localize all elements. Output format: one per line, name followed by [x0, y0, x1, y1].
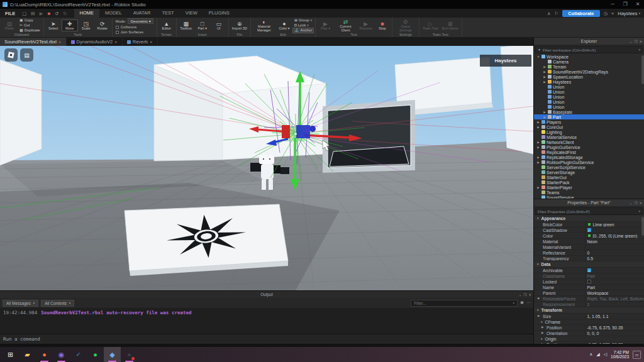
tree-item-players[interactable]: ▶Players — [534, 119, 644, 124]
chat-button[interactable]: ▤ — [20, 48, 33, 62]
property-value[interactable]: 1, 1.05, 1.1 — [585, 314, 644, 319]
doc-tab-reverb[interactable]: Reverb✕ — [123, 38, 158, 46]
close-icon[interactable]: ✕ — [114, 40, 118, 44]
menu-tab-plugins[interactable]: PLUGINS — [203, 9, 235, 18]
panel-control-icon[interactable]: ✕ — [639, 40, 642, 43]
panel-control-icon[interactable]: ❐ — [523, 293, 526, 297]
close-icon[interactable]: ✕ — [150, 40, 153, 44]
checkbox-collisions[interactable]: Collisions — [116, 25, 153, 29]
tree-item-starterplayer[interactable]: ▶StarterPlayer — [534, 185, 644, 190]
expand-arrow-icon[interactable]: ▶ — [536, 161, 540, 164]
taskbar-app-browser[interactable]: ● — [36, 347, 53, 362]
property-row-brickcolor[interactable]: BrickColorLime green — [534, 222, 644, 228]
panel-control-icon[interactable]: ✕ — [639, 201, 642, 205]
property-row-name[interactable]: NamePart — [534, 285, 644, 290]
properties-header[interactable]: Properties - Part "Part" ⌄❐✕ — [534, 199, 644, 207]
close-button[interactable]: ✕ — [631, 0, 644, 9]
property-section-cframe[interactable]: ▼CFrame — [534, 319, 644, 325]
editor-button[interactable]: ▲Editor — [159, 20, 174, 31]
property-section-transform[interactable]: ▼Transform — [534, 307, 644, 314]
tray-chevron-icon[interactable]: ∧ — [589, 352, 592, 357]
taskbar-app-checklist[interactable]: ✓ — [70, 347, 87, 362]
tree-item-coregui[interactable]: ▶CoreGui — [534, 124, 644, 129]
property-row-color[interactable]: Color[0, 255, 0] (Lime green) — [534, 233, 644, 239]
property-value[interactable]: Part — [585, 273, 644, 278]
explorer-header[interactable]: Explorer ⌄❐✕ — [534, 38, 644, 45]
clear-output-icon[interactable]: ✱ — [520, 300, 524, 305]
notification-icon[interactable]: ⚐ — [555, 11, 559, 16]
tree-item-materialservice[interactable]: MaterialService — [534, 134, 644, 140]
property-row-classname[interactable]: ClassNamePart — [534, 273, 644, 279]
output-panel-controls[interactable]: ⌄❐✕ — [519, 293, 531, 297]
tree-item-startergui[interactable]: StarterGui — [534, 175, 644, 180]
lock-button[interactable]: ◘Lock▾ — [293, 23, 314, 28]
expand-arrow-icon[interactable]: ▶ — [543, 80, 547, 84]
color-swatch[interactable] — [587, 234, 591, 238]
property-section-data[interactable]: ▼Data — [534, 261, 644, 268]
property-row-materialvariant[interactable]: MaterialVariant — [534, 244, 644, 250]
property-row-archivable[interactable]: Archivable✓ — [534, 268, 644, 273]
property-value[interactable]: Neon — [585, 239, 644, 244]
doc-tab-soundreverbv2test-rbxl[interactable]: SoundReverbV2Test.rbxl✕ — [0, 38, 67, 46]
expand-arrow-icon[interactable]: ▶ — [536, 186, 540, 189]
property-section-appearance[interactable]: ▼Appearance — [534, 216, 644, 222]
play-icon[interactable]: ▶ — [38, 11, 45, 16]
expand-arrow-icon[interactable]: ▶ — [543, 65, 547, 69]
restore-button[interactable]: ❐ — [619, 0, 631, 9]
open-file-icon[interactable]: ⊟ — [29, 11, 36, 16]
expand-arrow-icon[interactable]: ▼ — [536, 55, 540, 58]
panel-control-icon[interactable]: ❐ — [634, 201, 637, 205]
panel-control-icon[interactable]: ⌄ — [630, 201, 633, 205]
import-3d-button[interactable]: ⊕Import 3D — [231, 20, 248, 31]
color-swatch[interactable] — [587, 222, 591, 226]
property-value[interactable]: -6.75, 6.375, 50.35 — [585, 325, 644, 330]
copy-button[interactable]: ▣Copy — [18, 18, 42, 23]
network-icon[interactable]: ◢ — [596, 352, 599, 357]
property-row-material[interactable]: MaterialNeon — [534, 239, 644, 244]
taskbar-app-capture[interactable]: ● — [121, 347, 138, 362]
panel-control-icon[interactable]: ⌄ — [630, 40, 633, 43]
tree-item-replicatedstorage[interactable]: ▶ReplicatedStorage — [534, 155, 644, 160]
explorer-scrollbar[interactable] — [641, 55, 644, 84]
part-button[interactable]: □Part ▾ — [195, 20, 210, 31]
taskbar-app-start[interactable]: ⊞ — [2, 347, 19, 362]
output-panel-header[interactable]: Output ⌄❐✕ — [0, 291, 533, 298]
tree-item-terrain[interactable]: ▶Terrain — [534, 64, 644, 69]
property-value[interactable]: ✓ — [585, 268, 644, 273]
property-value[interactable]: -6.75, 6.375, 50.35 — [585, 342, 644, 344]
more-options-icon[interactable]: ⋯ — [526, 300, 531, 305]
minimize-button[interactable]: ─ — [606, 0, 619, 9]
menu-tab-test[interactable]: TEST — [157, 9, 180, 18]
close-icon[interactable]: ✕ — [58, 40, 62, 44]
taskbar-clock[interactable]: 7:42 PM 10/6/2023 — [611, 350, 629, 359]
anchor-button[interactable]: ⚓Anchor — [293, 28, 314, 33]
cut-button[interactable]: ✂Cut — [18, 23, 42, 28]
property-value[interactable]: ✓ — [585, 228, 644, 233]
stop-button[interactable]: ■Stop — [375, 20, 390, 31]
property-value[interactable]: 1 — [585, 302, 644, 307]
property-row-transparency[interactable]: Transparency0.5 — [534, 256, 644, 261]
rotate-button[interactable]: ⟳Rotate — [95, 20, 110, 31]
taskbar-app-music[interactable]: ● — [87, 347, 104, 362]
expand-arrow-icon[interactable]: ▶ — [543, 70, 547, 74]
scale-button[interactable]: ◳Scale — [79, 20, 94, 31]
tree-item-baseplate[interactable]: ▶Baseplate — [534, 109, 644, 114]
viewport-3d[interactable]: ▤ Haystees — [0, 46, 533, 290]
roblox-menu-button[interactable] — [4, 48, 18, 62]
select-button[interactable]: ➤Select — [46, 20, 61, 31]
taskbar-app-file-explorer[interactable]: ▰ — [19, 347, 36, 362]
properties-panel-controls[interactable]: ⌄❐✕ — [630, 201, 642, 205]
property-value[interactable] — [585, 279, 644, 284]
messages-filter-dropdown[interactable]: All Messages▾ — [3, 300, 38, 307]
move-button[interactable]: ✚Move — [62, 20, 77, 31]
user-menu[interactable]: Haystees ▾ — [618, 11, 640, 16]
redo-icon[interactable]: ↻ — [61, 11, 69, 16]
expand-arrow-icon[interactable]: ▶ — [536, 146, 540, 149]
mode-dropdown[interactable]: Geometric ▾ — [128, 18, 153, 24]
tree-item-replicatedfirst[interactable]: ReplicatedFirst — [534, 150, 644, 155]
panel-control-icon[interactable]: ✕ — [528, 293, 531, 297]
expand-arrow-icon[interactable]: ▶ — [543, 111, 547, 114]
menu-tab-model[interactable]: MODEL — [99, 9, 128, 18]
tree-item-soundreverbv2debugrays[interactable]: ▶SoundReverbV2DebugRays — [534, 69, 644, 74]
menu-tab-avatar[interactable]: AVATAR — [128, 9, 157, 18]
